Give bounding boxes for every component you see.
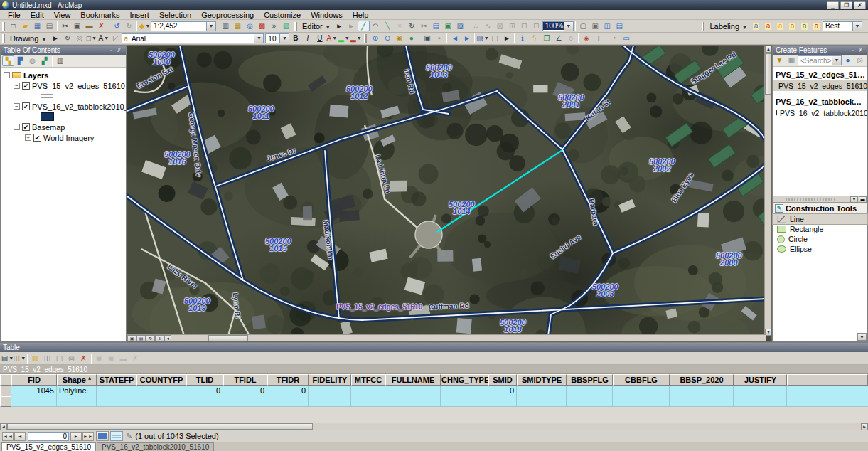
close-button[interactable]: ✗ [854, 1, 866, 9]
menu-customize[interactable]: Customize [259, 10, 306, 20]
double-line-symbol[interactable] [41, 94, 53, 98]
table-horizontal-scrollbar[interactable]: ◄ ► [0, 423, 868, 430]
clear-selection-icon[interactable]: ▢ [488, 33, 500, 44]
cell-countyfp[interactable] [136, 386, 186, 396]
text-tool-icon[interactable]: A▼ [97, 33, 109, 44]
next-record-icon[interactable]: ► [70, 432, 82, 441]
cell-justify[interactable] [734, 386, 787, 396]
scroll-right-icon[interactable]: ► [861, 423, 868, 430]
catalog-icon[interactable]: ▦ [232, 21, 244, 31]
chevron-down-icon[interactable]: ▼ [254, 34, 263, 43]
zoom-in-icon[interactable]: ⊕ [369, 33, 381, 44]
view-unplaced-labels-icon[interactable]: a [810, 21, 823, 31]
zoom-percent-combo[interactable]: 100% ▼ [542, 21, 574, 31]
table-row[interactable] [0, 396, 868, 407]
paste-row-icon[interactable]: ▬ [117, 353, 129, 364]
chevron-down-icon[interactable]: ▼ [206, 22, 215, 31]
copy-row-icon[interactable]: ▣ [105, 353, 117, 364]
lock-labels-icon[interactable]: a [786, 21, 798, 31]
swap-views-icon[interactable]: ◫ [601, 21, 614, 31]
python-icon[interactable]: » [268, 21, 280, 31]
copy-icon[interactable]: ▣ [71, 21, 83, 31]
first-record-icon[interactable]: ◄◄ [2, 432, 14, 441]
split-tool-icon[interactable]: ✂ [418, 21, 430, 31]
viewer-window-icon[interactable]: ▭ [620, 33, 632, 44]
cell-bbsp2020[interactable] [670, 396, 734, 407]
toc-layer-PVS_16_v2_tabblock2010_51610[interactable]: −✔PVS_16_v2_tabblock2010_51610 [4, 101, 126, 112]
cell-countyfp[interactable] [136, 396, 186, 407]
pin-icon[interactable]: ▫ [107, 47, 115, 54]
table-options-icon[interactable]: ▤▼ [1, 353, 14, 364]
cell-fid[interactable]: 1045 [11, 386, 57, 396]
trace-tool-icon[interactable]: ► [345, 21, 358, 31]
switch-selection-icon[interactable]: ◫ [41, 353, 53, 364]
pause-drawing-button[interactable]: ‖ [155, 335, 164, 342]
table-row[interactable]: 1045Polyline0000 [0, 386, 868, 396]
menu-selection[interactable]: Selection [154, 10, 196, 20]
straight-segment-icon[interactable]: ╲ [382, 21, 394, 31]
go-to-xy-icon[interactable]: ✛ [592, 33, 604, 44]
minimize-button[interactable]: _ [827, 1, 839, 9]
toc-options-icon[interactable]: ▥ [54, 55, 66, 66]
organize-templates-icon[interactable]: ▥ [786, 55, 798, 66]
cell-shape[interactable] [57, 396, 97, 407]
construction-tool-ellipse[interactable]: Ellipse [773, 244, 867, 254]
toc-root-layers[interactable]: −Layers [4, 70, 126, 80]
time-slider-icon[interactable]: ◔ [608, 33, 620, 44]
cell-tlid[interactable]: 0 [186, 386, 223, 396]
feature-template[interactable]: PVS_15_v2_edges_51610 [773, 80, 867, 91]
pin-icon[interactable]: ▫ [849, 47, 857, 54]
font-color-icon[interactable]: A▼ [326, 33, 338, 44]
column-header-cbbflg[interactable]: CBBFLG [613, 374, 670, 386]
create-features-icon[interactable]: ▨ [454, 21, 466, 31]
toolbar-grip[interactable] [2, 22, 5, 31]
edit-tool-icon[interactable]: ► [333, 21, 345, 31]
italic-icon[interactable]: I [301, 33, 314, 44]
open-icon[interactable]: ▰ [19, 21, 31, 31]
data-view-button[interactable]: ▣ [127, 335, 136, 342]
cell-chngtype[interactable] [441, 386, 488, 396]
zoom-100-icon[interactable]: ▣ [589, 21, 601, 31]
map-canvas[interactable] [127, 46, 766, 336]
map-hscroll-thumb[interactable] [208, 335, 248, 341]
zoom-out-icon[interactable]: ⊖ [381, 33, 393, 44]
cell-bbspflg[interactable] [567, 386, 613, 396]
redo-icon[interactable]: ↻ [123, 21, 135, 31]
line-color-icon[interactable]: ▂▼ [350, 33, 362, 44]
search-icon[interactable]: ● [842, 55, 854, 66]
font-size-combo[interactable]: 10 ▼ [265, 33, 289, 43]
cell-fullname[interactable] [385, 396, 441, 407]
collapse-icon[interactable]: ▼ [850, 196, 858, 203]
close-icon[interactable]: ✗ [857, 47, 864, 54]
drawing-menu[interactable]: Drawing ▼ [7, 34, 49, 43]
column-header-tlid[interactable]: TLID [186, 374, 223, 386]
scroll-down-icon[interactable]: ▼ [765, 329, 772, 336]
expander-icon[interactable]: − [14, 103, 20, 110]
rotate-tool-icon[interactable]: ↻ [406, 21, 418, 31]
chevron-down-icon[interactable]: ▼ [564, 22, 573, 31]
menu-insert[interactable]: Insert [124, 10, 154, 20]
construction-tool-rectangle[interactable]: Rectangle [773, 224, 867, 234]
expander-icon[interactable]: + [25, 134, 31, 141]
expander-icon[interactable]: − [14, 124, 20, 130]
fixed-zoom-out-icon[interactable]: ▫ [433, 33, 445, 44]
clear-selection-icon[interactable]: ▢ [53, 353, 65, 364]
show-selected-records-button[interactable] [110, 431, 123, 441]
undo-icon[interactable]: ↺ [111, 21, 123, 31]
menu-geoprocessing[interactable]: Geoprocessing [196, 10, 259, 20]
merge-tool-icon[interactable]: ⊡ [530, 21, 542, 31]
copy-cell-icon[interactable]: ▣ [93, 353, 105, 364]
font-combo[interactable]: a Arial ▼ [122, 33, 264, 43]
label-engine-combo[interactable]: Best ▼ [823, 21, 862, 31]
layer-symbol[interactable] [4, 91, 126, 101]
cell-smidtype[interactable] [517, 386, 567, 396]
checkbox-icon[interactable]: ✔ [22, 123, 30, 131]
label-weight-ranking-icon[interactable]: a [774, 21, 786, 31]
checkbox-icon[interactable]: ✔ [33, 134, 41, 142]
template-search-combo[interactable]: <Search> ▼ [798, 55, 842, 65]
endpoint-arc-icon[interactable]: × [394, 21, 406, 31]
cell-shape[interactable]: Polyline [57, 386, 97, 396]
chevron-down-icon[interactable]: ▼ [852, 22, 862, 31]
callout-tool-icon[interactable]: ◸ [109, 33, 122, 44]
sketch-tool-icon[interactable]: ╱ [358, 21, 370, 31]
